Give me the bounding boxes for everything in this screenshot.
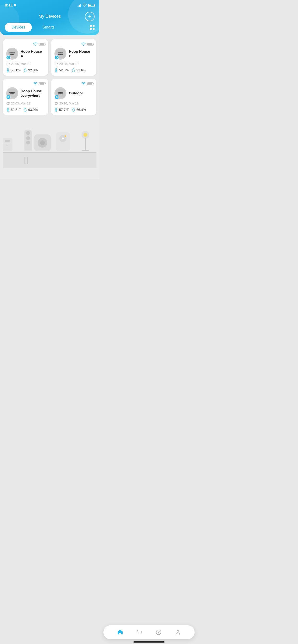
deco-drawer-left [3, 152, 50, 168]
temperature-stat: 52.8°F [54, 68, 69, 72]
humidity-value: 91.6% [76, 68, 86, 72]
device-icon-wrapper: 888 88 [54, 48, 66, 60]
device-card-hoop-house-a[interactable]: 888 88 Hoop House A 20:05, Mar 19 [3, 39, 48, 76]
page-title: My Devices [38, 14, 61, 19]
connection-dot [54, 95, 59, 99]
header-row: My Devices + [0, 10, 99, 23]
device-name: Hoop House A [21, 49, 45, 58]
battery-indicator [87, 43, 93, 46]
tab-devices[interactable]: Devices [5, 23, 32, 32]
deco-smart-hub [56, 132, 70, 151]
battery-indicator [39, 82, 45, 85]
device-name: Hoop House B [69, 49, 93, 58]
thermometer-icon [6, 68, 10, 72]
location-icon [14, 4, 16, 7]
temperature-stat: 53.1°F [6, 68, 21, 72]
decorative-illustration: ○ [3, 115, 96, 168]
sensor-stats: 53.1°F 92.3% [6, 68, 45, 72]
thermometer-icon [54, 68, 58, 72]
sensor-stats: 57.7°F 66.4% [54, 108, 93, 112]
wifi-status-icon [81, 82, 86, 85]
humidity-value: 92.3% [28, 68, 38, 72]
svg-point-7 [56, 71, 57, 72]
temperature-value: 53.1°F [11, 68, 21, 72]
content-area: 888 88 Hoop House A 20:05, Mar 19 [0, 35, 99, 179]
time-display: 8:11 [5, 3, 13, 8]
last-update-row: 20:10, Mar 19 [54, 102, 93, 105]
last-update-time: 20:10, Mar 19 [59, 102, 78, 105]
thermometer-icon [6, 108, 10, 112]
status-icons [77, 4, 95, 7]
refresh-icon [6, 102, 10, 105]
humidity-stat: 91.6% [72, 68, 86, 72]
plus-icon: + [88, 14, 91, 19]
refresh-icon [6, 62, 10, 66]
last-update-time: 20:08, Mar 19 [59, 62, 78, 66]
humidity-icon [72, 108, 75, 112]
tab-bar: Devices Smarts [0, 23, 99, 35]
device-icon-wrapper: 888 88 [6, 87, 18, 99]
device-card-hoop-house-b[interactable]: 888 88 Hoop House B 20:08, Mar 19 [51, 39, 96, 76]
humidity-stat: 93.9% [24, 108, 38, 112]
wifi-status-icon [81, 42, 86, 46]
card-top-indicators [54, 82, 93, 85]
wifi-status-icon [33, 82, 38, 85]
card-top-indicators [6, 82, 45, 85]
battery-indicator [87, 82, 93, 85]
sensor-stats: 50.8°F 93.9% [6, 108, 45, 112]
device-name: Hoop House everywhere [21, 89, 45, 98]
connection-dot [6, 95, 11, 99]
last-update-row: 20:03, Mar 19 [6, 102, 45, 105]
temperature-stat: 57.7°F [54, 108, 69, 112]
temperature-stat: 50.8°F [6, 108, 21, 112]
temperature-value: 52.8°F [59, 68, 69, 72]
deco-lamp [82, 131, 89, 151]
device-name: Outdoor [69, 91, 83, 96]
humidity-icon [24, 108, 27, 112]
tab-smarts[interactable]: Smarts [36, 23, 61, 32]
battery-icon [88, 4, 95, 7]
device-info-row: 888 88 Hoop House A [6, 48, 45, 60]
connection-dot [6, 55, 11, 60]
device-info-row: 888 88 Hoop House B [54, 48, 93, 60]
humidity-value: 93.9% [28, 108, 38, 112]
humidity-stat: 92.3% [24, 68, 38, 72]
svg-point-15 [56, 110, 57, 111]
signal-icon [77, 4, 81, 7]
humidity-stat: 66.4% [72, 108, 86, 112]
deco-drawer-right [50, 152, 96, 168]
last-update-time: 20:03, Mar 19 [11, 102, 30, 105]
refresh-icon [54, 102, 58, 105]
add-device-button[interactable]: + [85, 12, 95, 21]
card-top-indicators [54, 42, 93, 46]
device-card-hoop-house-everywhere[interactable]: 888 88 Hoop House everywhere 20:03, Mar … [3, 78, 48, 115]
status-time: 8:11 [5, 3, 16, 8]
humidity-icon [72, 68, 75, 72]
deco-tower-device [25, 130, 32, 151]
wifi-status-icon [33, 42, 38, 46]
deco-outlet: ○ [3, 138, 13, 151]
humidity-icon [24, 68, 27, 72]
refresh-icon [54, 62, 58, 66]
status-bar: 8:11 [0, 0, 99, 9]
device-card-outdoor[interactable]: 888 88 Outdoor 20:10, Mar 19 [51, 78, 96, 115]
last-update-row: 20:05, Mar 19 [6, 62, 45, 66]
temperature-value: 50.8°F [11, 108, 21, 112]
card-top-indicators [6, 42, 45, 46]
humidity-value: 66.4% [76, 108, 86, 112]
device-icon-wrapper: 888 88 [54, 87, 66, 99]
last-update-time: 20:05, Mar 19 [11, 62, 30, 66]
device-info-row: 888 88 Outdoor [54, 87, 93, 99]
device-info-row: 888 88 Hoop House everywhere [6, 87, 45, 99]
svg-point-3 [8, 71, 9, 72]
svg-point-11 [8, 110, 9, 111]
battery-indicator [39, 43, 45, 46]
connection-dot [54, 55, 59, 60]
grid-view-button[interactable] [90, 25, 95, 30]
thermometer-icon [54, 108, 58, 112]
sensor-stats: 52.8°F 91.6% [54, 68, 93, 72]
wifi-icon [83, 4, 87, 7]
device-grid: 888 88 Hoop House A 20:05, Mar 19 [3, 39, 96, 115]
device-icon-wrapper: 888 88 [6, 48, 18, 60]
temperature-value: 57.7°F [59, 108, 69, 112]
